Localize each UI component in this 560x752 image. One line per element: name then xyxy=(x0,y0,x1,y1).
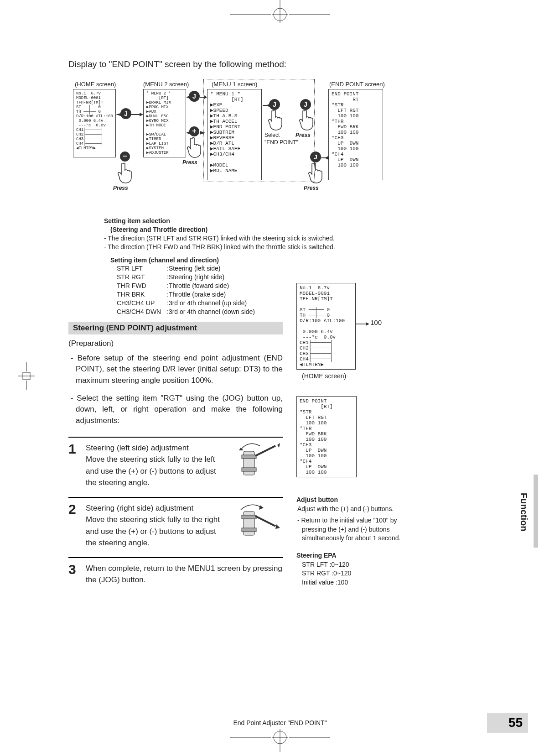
endpoint-screen-label: (END POINT screen) xyxy=(329,81,385,88)
minus-button-icon: – xyxy=(120,151,130,162)
right-column: No.1 6.7v MODEL-0001 TFH-NR[TM]T ST ──┼─… xyxy=(296,283,433,587)
side-color-band xyxy=(534,475,538,548)
adjust-button-block: Adjust button Adjust with the (+) and (-… xyxy=(296,496,401,543)
hand-press-icon xyxy=(307,162,324,184)
svg-rect-27 xyxy=(242,455,256,459)
hand-press-icon xyxy=(117,162,133,184)
setting-line1: - The direction (STR LFT and STR RGT) li… xyxy=(104,234,359,243)
step-1: 1 Steering (left side) adjustment Move t… xyxy=(68,437,283,497)
epa-line3: Initial value :100 xyxy=(296,578,433,587)
arrow-icon xyxy=(263,104,270,107)
side-tab-label: Function xyxy=(519,493,529,531)
menu2-screen-label: (MENU 2 screen) xyxy=(143,81,189,88)
svg-marker-17 xyxy=(186,95,191,99)
steering-epa-block: Steering EPA STR LFT :0~120 STR RGT :0~1… xyxy=(296,551,433,587)
j-button-icon: J xyxy=(269,99,280,110)
arrow-icon xyxy=(321,156,328,160)
plus-button-icon: + xyxy=(189,126,199,136)
footer-text: End Point Adjuster "END POINT" xyxy=(0,719,560,726)
home-screen-label: (HOME screen) xyxy=(75,81,116,88)
svg-marker-30 xyxy=(277,443,280,448)
adjust-heading: Adjust button xyxy=(296,496,401,505)
arrow-icon xyxy=(131,113,143,116)
crop-mark-bottom xyxy=(230,729,330,752)
navigation-diagram: (HOME screen) (MENU 2 screen) (MENU 1 sc… xyxy=(68,81,438,209)
step-3: 3 When complete, return to the MENU1 scr… xyxy=(68,557,283,594)
menu2-screen-box: * MENU 2 * [RT] ▶BRAKE MIX ▶PROG MIX ▶AU… xyxy=(143,89,186,157)
svg-marker-21 xyxy=(200,131,205,135)
intro-text: Display to "END POINT" screen by the fol… xyxy=(68,59,505,69)
svg-rect-28 xyxy=(242,468,256,471)
menu1-screen-box: * MENU 1 * [RT] ▶EXP ▶SPEED ▶TH A.B.S ▶T… xyxy=(207,89,262,180)
para1: - Before setup of the steering end point… xyxy=(68,353,283,386)
setting-row: STR LFT:Steering (left side) xyxy=(117,264,359,273)
svg-marker-14 xyxy=(116,113,122,116)
step-body: Move the steering stick fully to the lef… xyxy=(86,455,216,487)
servo-left-icon xyxy=(228,442,283,484)
select-label: Select xyxy=(264,132,280,138)
svg-rect-33 xyxy=(242,515,256,519)
press-label: Press xyxy=(182,159,197,166)
step-2: 2 Steering (right side) adjustment Move … xyxy=(68,497,283,557)
setting-table-heading: Setting item (channel and direction) xyxy=(110,256,359,265)
epa-heading: Steering EPA xyxy=(296,551,433,560)
home-mini-caption: (HOME screen) xyxy=(302,372,433,380)
svg-marker-19 xyxy=(204,95,207,99)
svg-marker-39 xyxy=(366,322,369,326)
select-target-label: "END POINT" xyxy=(264,139,298,146)
svg-marker-20 xyxy=(186,131,191,135)
svg-marker-16 xyxy=(140,113,143,116)
step-number: 3 xyxy=(68,563,79,586)
arrow-icon xyxy=(186,131,191,135)
arrow-icon xyxy=(356,322,369,326)
svg-line-35 xyxy=(255,516,275,526)
hand-press-icon xyxy=(186,136,202,158)
section-bar: Steering (END POINT) adjustment xyxy=(68,322,283,334)
step-title: Steering (left side) adjustment xyxy=(86,444,189,452)
epa-line1: STR LFT :0~120 xyxy=(296,560,433,569)
hand-jog-icon xyxy=(267,109,284,131)
adjust-p1: Adjust with the (+) and (-) buttons. xyxy=(296,505,401,514)
setting-subheading: (Steering and Throttle direction) xyxy=(110,225,359,234)
home-mini-screen: No.1 6.7v MODEL-0001 TFH-NR[TM]T ST ──┼─… xyxy=(296,283,356,370)
epa-line2: STR RGT :0~120 xyxy=(296,569,433,578)
svg-line-29 xyxy=(255,446,275,456)
j-button-icon: J xyxy=(300,99,311,110)
para2: - Select the setting item "RGT" using th… xyxy=(68,393,283,427)
step-number: 1 xyxy=(68,442,79,489)
press-label: Press xyxy=(304,185,319,191)
arrow-value: 100 xyxy=(370,319,382,326)
step-title: Steering (right side) adjustment xyxy=(86,504,193,512)
endpoint-mini-screen: END POINT [RT] *STR LFT RGT 100 100 *THR… xyxy=(296,396,357,477)
svg-rect-34 xyxy=(242,528,256,532)
preparation-label: (Preparation) xyxy=(68,339,283,348)
press-label: Press xyxy=(296,132,311,138)
svg-marker-31 xyxy=(239,448,244,450)
home-screen-box: No.1 6.7v MODEL-0001 TFH-NR[TM]T ST ──┼─… xyxy=(73,89,116,157)
svg-marker-37 xyxy=(259,505,264,510)
setting-heading: Setting item selection xyxy=(104,217,359,225)
adjust-p2: - Return to the initial value "100" by p… xyxy=(296,516,401,543)
setting-row: STR RGT:Steering (right side) xyxy=(117,273,359,282)
page-number: 55 xyxy=(487,713,528,733)
step-number: 2 xyxy=(68,502,79,549)
arrow-icon xyxy=(200,131,205,135)
step-body: Move the steering stick fully to the rig… xyxy=(86,515,220,547)
arrow-icon xyxy=(200,95,207,99)
hand-press-icon xyxy=(298,109,315,131)
arrow-icon xyxy=(186,95,191,99)
arrow-icon xyxy=(116,113,122,116)
servo-right-icon xyxy=(228,502,283,544)
press-label: Press xyxy=(113,185,128,191)
endpoint-screen-box: END POINT RT *STR LFT RGT 100 100 *THR F… xyxy=(328,89,383,180)
step-body: When complete, return to the MENU1 scree… xyxy=(86,564,282,585)
setting-line2: - The direction (THR FWD and THR BRK) li… xyxy=(104,243,359,251)
j-button-icon: J xyxy=(310,151,321,162)
svg-marker-36 xyxy=(275,524,280,529)
